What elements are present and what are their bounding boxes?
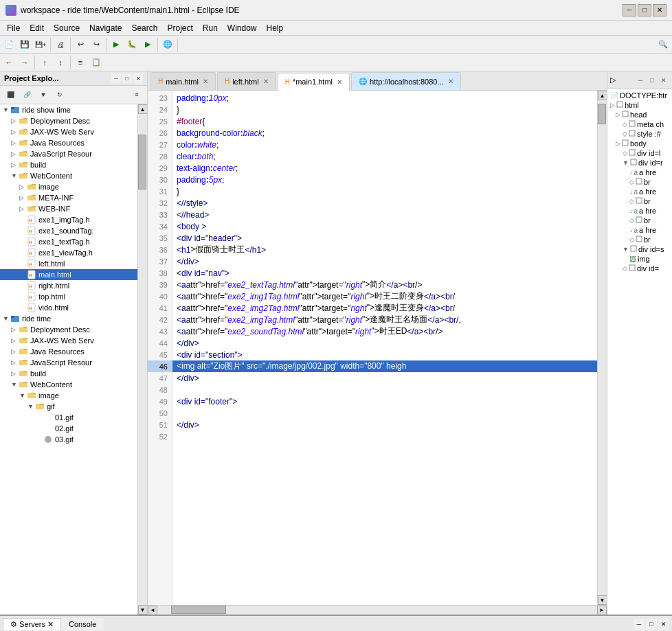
code-line[interactable]: <body >	[172, 220, 597, 232]
code-line[interactable]: </div>	[172, 372, 597, 384]
code-line[interactable]	[172, 384, 597, 395]
new-button[interactable]: 📄	[1, 37, 16, 52]
hscroll-track[interactable]	[157, 606, 597, 615]
outline-item[interactable]: ↓a a hre	[607, 168, 672, 177]
editor-scroll-down[interactable]: ▼	[598, 595, 607, 605]
code-line[interactable]: }	[172, 104, 597, 115]
outline-item[interactable]: ↓a a hre	[607, 206, 672, 216]
tree-item[interactable]: Hvido.html	[0, 302, 137, 313]
menu-run[interactable]: Run	[199, 22, 222, 34]
run-button[interactable]: ▶	[109, 37, 124, 52]
redo-button[interactable]: ↪	[89, 37, 104, 52]
tree-item[interactable]: 02.gif	[0, 423, 137, 434]
toolbar2-btn4[interactable]: 📋	[89, 55, 104, 70]
code-line[interactable]: </div>	[172, 337, 597, 349]
run-external-button[interactable]: ▶	[140, 37, 155, 52]
tree-item[interactable]: Hleft.html	[0, 258, 137, 269]
outline-item[interactable]: ◇ br	[607, 177, 672, 187]
forward-button[interactable]: →	[17, 55, 32, 70]
pe-sync-button[interactable]: ↻	[52, 87, 67, 102]
tree-item[interactable]: ▼ride time	[0, 313, 137, 324]
tree-item[interactable]: ▷META-INF	[0, 192, 137, 203]
tree-item[interactable]: ▷Java Resources	[0, 346, 137, 357]
tree-item[interactable]: ▼image	[0, 390, 137, 401]
tree-item[interactable]: ▷JAX-WS Web Serv	[0, 335, 137, 346]
code-line[interactable]: <img alt="Zio图片" src="./image/jpg/002.jp…	[172, 360, 597, 372]
tree-item[interactable]: Hexe1_imgTag.h	[0, 214, 137, 225]
navigate-up-button[interactable]: ↑	[37, 55, 52, 70]
code-line[interactable]: clear:both;	[172, 150, 597, 162]
tree-item[interactable]: ▷JavaScript Resour	[0, 148, 137, 159]
code-line[interactable]	[172, 431, 597, 442]
menu-project[interactable]: Project	[163, 22, 197, 34]
code-line[interactable]: <div id="header">	[172, 232, 597, 244]
pe-scroll-track[interactable]	[138, 114, 147, 605]
code-line[interactable]: <a attr">href="exe2_imgTag.html" attr">t…	[172, 314, 597, 325]
menu-help[interactable]: Help	[262, 22, 288, 34]
tree-item[interactable]: ▷build	[0, 368, 137, 379]
code-line[interactable]: <div id="section">	[172, 349, 597, 360]
rp-close[interactable]: ✕	[658, 75, 669, 86]
outline-item[interactable]: ◇ style :#	[607, 129, 672, 139]
tab-left-html[interactable]: H left.html ✕	[217, 72, 276, 90]
editor-vertical-scrollbar[interactable]: ▲ ▼	[597, 91, 607, 605]
bottom-maximize[interactable]: □	[646, 619, 657, 630]
code-line[interactable]: <//style>	[172, 197, 597, 209]
tree-item[interactable]: ▷JAX-WS Web Serv	[0, 126, 137, 137]
tree-item[interactable]: ▼WebContent	[0, 170, 137, 181]
menu-file[interactable]: File	[3, 22, 24, 34]
pe-close-button[interactable]: ✕	[133, 73, 143, 83]
tree-item[interactable]: 03.gif	[0, 434, 137, 445]
pe-scroll-down[interactable]: ▼	[138, 605, 148, 615]
code-horizontal-scrollbar[interactable]: ◄ ►	[148, 605, 607, 615]
menu-window[interactable]: Window	[223, 22, 261, 34]
tree-item[interactable]: ▷Deployment Desc	[0, 115, 137, 126]
tab-main1-html[interactable]: H *main1.html ✕	[278, 73, 350, 91]
tree-item[interactable]: Hright.html	[0, 280, 137, 291]
code-line[interactable]: <a attr">href="exe2_textTag.html" attr">…	[172, 279, 597, 290]
pe-collapse-button[interactable]: ⬛	[3, 87, 18, 102]
tree-item[interactable]: Hexe1_textTag.h	[0, 236, 137, 247]
code-line[interactable]: #footer {	[172, 115, 597, 127]
outline-item[interactable]: ◇ div id=l	[607, 148, 672, 158]
hscroll-left[interactable]: ◄	[148, 606, 157, 615]
pe-minimize-button[interactable]: ─	[111, 73, 121, 83]
outline-item[interactable]: ◇ div id=	[607, 264, 672, 273]
pe-vertical-scrollbar[interactable]: ▲ ▼	[137, 104, 147, 615]
tree-item[interactable]: ▷WEB-INF	[0, 203, 137, 214]
code-line[interactable]: <//head>	[172, 209, 597, 220]
editor-scroll-up[interactable]: ▲	[598, 91, 607, 100]
navigate-last-button[interactable]: ↕	[53, 55, 68, 70]
menu-edit[interactable]: Edit	[25, 22, 48, 34]
tree-item[interactable]: ▼ride show time	[0, 104, 137, 115]
outline-item[interactable]: ↓a a hre	[607, 225, 672, 235]
minimize-button[interactable]: ─	[623, 4, 636, 16]
code-line[interactable]: color:white;	[172, 139, 597, 150]
tree-item[interactable]: 01.gif	[0, 412, 137, 423]
outline-item[interactable]: ▷ html	[607, 100, 672, 110]
outline-item[interactable]: ↓a a hre	[607, 187, 672, 196]
tree-item[interactable]: ▷build	[0, 159, 137, 170]
servers-tab[interactable]: ⚙ Servers ✕	[3, 618, 61, 630]
tree-item[interactable]: Hexe1_viewTag.h	[0, 247, 137, 258]
rp-minimize[interactable]: ─	[635, 75, 646, 86]
debug-button[interactable]: 🐛	[124, 37, 139, 52]
code-line[interactable]	[172, 407, 597, 419]
code-line[interactable]: }	[172, 185, 597, 197]
close-button[interactable]: ✕	[653, 4, 667, 16]
print-button[interactable]: 🖨	[53, 37, 68, 52]
code-content[interactable]: padding:10px; } #footer { background-col…	[172, 91, 597, 605]
tab-browser[interactable]: 🌐 http://localhost:8080... ✕	[351, 72, 461, 90]
outline-item[interactable]: ▷ body	[607, 139, 672, 148]
hscroll-right[interactable]: ►	[597, 606, 607, 615]
code-line[interactable]: <h1>假面骑士时王</h1>	[172, 244, 597, 255]
menu-navigate[interactable]: Navigate	[85, 22, 126, 34]
toolbar2-btn3[interactable]: ≡	[73, 55, 88, 70]
pe-link-button[interactable]: 🔗	[19, 87, 34, 102]
pe-scroll-thumb[interactable]	[138, 135, 146, 190]
editor-scroll-track[interactable]	[598, 100, 607, 595]
maximize-button[interactable]: □	[638, 4, 651, 16]
outline-item[interactable]: ◇ br	[607, 216, 672, 225]
menu-search[interactable]: Search	[127, 22, 161, 34]
outline-item[interactable]: ◇ br	[607, 235, 672, 244]
